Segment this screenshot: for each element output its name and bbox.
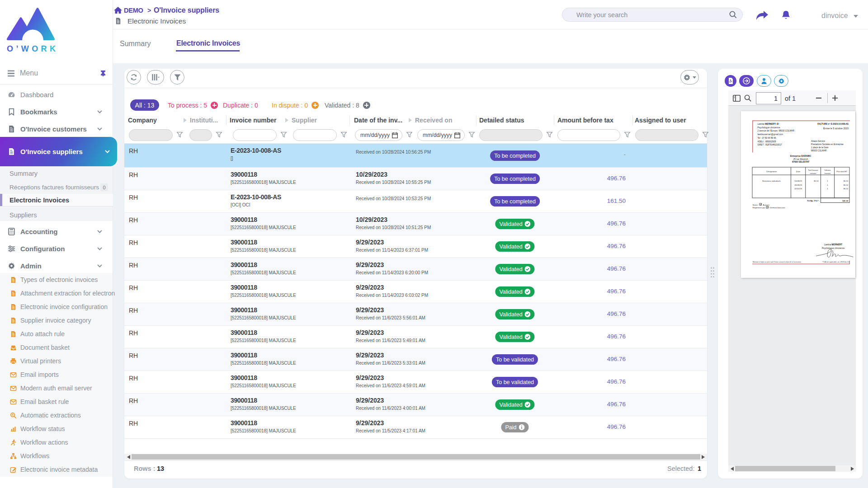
svg-text:10/08/23: 10/08/23 xyxy=(794,180,802,182)
svg-text:ADELI : 689302909: ADELI : 689302909 xyxy=(758,141,776,143)
svg-text:horaire: horaire xyxy=(825,172,831,174)
svg-text:Entreprise DARAMIC: Entreprise DARAMIC xyxy=(790,155,811,157)
svg-text:1: 1 xyxy=(827,180,828,182)
svg-text:67600 SELESTAT: 67600 SELESTAT xyxy=(792,161,809,163)
svg-text:FACTURE n° E-2023-10-008-AS: FACTURE n° E-2023-10-008-AS xyxy=(817,123,849,125)
svg-text:unitaire: unitaire xyxy=(810,172,817,174)
svg-text:laetitia.wernert@gmail.com: laetitia.wernert@gmail.com xyxy=(758,133,783,136)
svg-text:1: 1 xyxy=(827,188,828,190)
svg-text:Laetitia WERNERT- EI: Laetitia WERNERT- EI xyxy=(758,123,779,125)
svg-text:26/08/23: 26/08/23 xyxy=(794,184,802,186)
svg-text:80,5€: 80,5€ xyxy=(844,180,849,182)
svg-text:2 avenue de l’Europe, 68000 CO: 2 avenue de l’Europe, 68000 COLMAR xyxy=(758,130,795,132)
svg-text:A payer: A payer xyxy=(763,204,770,206)
svg-text:Tel : 07 83 64 89 66: Tel : 07 83 64 89 66 xyxy=(758,137,777,139)
svg-text:Laetitia WERNERT: Laetitia WERNERT xyxy=(824,244,842,246)
svg-text:Prix total HT: Prix total HT xyxy=(836,170,847,173)
svg-text:Volume: Volume xyxy=(824,169,831,171)
svg-text:SIRET : 81875048100017: SIRET : 81875048100017 xyxy=(758,144,783,146)
svg-text:80,5€: 80,5€ xyxy=(814,180,819,182)
svg-text:Règlement par :: Règlement par : xyxy=(753,206,767,209)
svg-text:Date: Date xyxy=(796,170,801,173)
svg-text:241,5€: 241,5€ xyxy=(842,200,849,202)
svg-text:1 place de la Gare: 1 place de la Gare xyxy=(811,146,829,149)
svg-text:02/10/23: 02/10/23 xyxy=(794,188,802,190)
svg-text:Désignation: Désignation xyxy=(766,170,777,173)
svg-text:O’WORK: O’WORK xyxy=(7,44,57,53)
svg-text:80,5€: 80,5€ xyxy=(844,184,849,186)
svg-text:25 rue Westrich: 25 rue Westrich xyxy=(793,158,808,160)
svg-text:68000 COLMAR: 68000 COLMAR xyxy=(811,150,827,152)
svg-text:Psychologue clinicienne: Psychologue clinicienne xyxy=(822,247,844,249)
svg-text:Statut :: Statut : xyxy=(753,204,759,206)
svg-text:80,5€: 80,5€ xyxy=(844,188,849,190)
svg-text:Psychologue clinicienne: Psychologue clinicienne xyxy=(758,127,780,129)
svg-text:TOTAL TTC* :: TOTAL TTC* : xyxy=(807,200,820,202)
svg-text:Prestations Sociales en Entrep: Prestations Sociales en Entreprise xyxy=(811,143,844,145)
svg-text:Entretiens individuels: Entretiens individuels xyxy=(762,180,781,182)
svg-text:Montant à régler au plus tard: Montant à régler au plus tard 3 mois sui… xyxy=(753,261,801,263)
svg-text:Émise le 5 octobre 2023: Émise le 5 octobre 2023 xyxy=(823,127,849,130)
svg-text:1: 1 xyxy=(827,184,828,186)
svg-text:Virement bancaire: Virement bancaire xyxy=(769,206,785,209)
svg-text:Alsace Service: Alsace Service xyxy=(811,140,825,142)
svg-text:Tarif horaire: Tarif horaire xyxy=(808,169,818,171)
svg-text:*TVA non applicable, art. 293: *TVA non applicable, art. 293 B du CGI xyxy=(822,261,850,263)
